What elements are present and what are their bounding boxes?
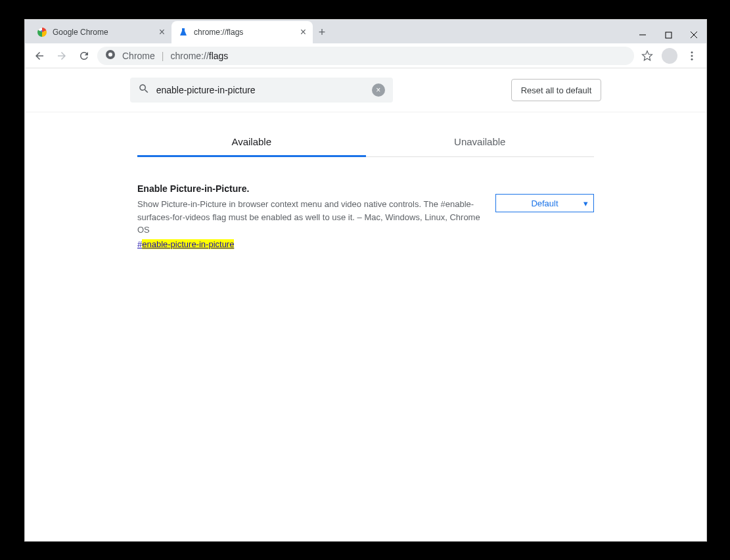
- svg-rect-1: [666, 32, 672, 38]
- flag-title: Enable Picture-in-Picture.: [137, 183, 482, 194]
- back-button[interactable]: [30, 47, 49, 65]
- clear-search-icon[interactable]: ×: [372, 83, 385, 97]
- reset-all-button[interactable]: Reset all to default: [511, 79, 602, 101]
- page-content: × Reset all to default Available Unavail…: [25, 68, 706, 534]
- flag-text: Enable Picture-in-Picture. Show Picture-…: [137, 183, 482, 250]
- flag-state-select[interactable]: Default: [495, 194, 594, 212]
- chrome-page-icon: [105, 49, 116, 62]
- svg-point-9: [691, 55, 693, 57]
- toolbar: Chrome | chrome://flags: [25, 43, 706, 68]
- profile-avatar[interactable]: [660, 47, 679, 65]
- omnibox-url: chrome://flags: [170, 51, 228, 61]
- tab-chrome-flags[interactable]: chrome://flags ×: [171, 21, 313, 43]
- tab-strip: Google Chrome × chrome://flags × +: [25, 20, 706, 43]
- close-tab-icon[interactable]: ×: [300, 26, 306, 38]
- flask-icon: [178, 27, 189, 37]
- flag-anchor-link[interactable]: #enable-picture-in-picture: [137, 239, 234, 249]
- window-controls: [638, 30, 698, 39]
- browser-window: Google Chrome × chrome://flags × + Chrom…: [25, 20, 706, 541]
- tab-title: chrome://flags: [194, 28, 243, 37]
- minimize-button[interactable]: [638, 30, 647, 39]
- maximize-button[interactable]: [664, 30, 673, 39]
- new-tab-button[interactable]: +: [313, 23, 331, 41]
- flags-tabs: Available Unavailable: [137, 128, 594, 157]
- omnibox-prefix: Chrome: [122, 51, 155, 61]
- flag-description: Show Picture-in-Picture in browser conte…: [137, 198, 482, 237]
- flags-header: × Reset all to default: [25, 68, 706, 112]
- omnibox-separator: |: [162, 51, 164, 61]
- search-flags-input[interactable]: [156, 85, 365, 95]
- tab-google-chrome[interactable]: Google Chrome ×: [30, 21, 171, 43]
- svg-point-8: [691, 51, 693, 53]
- address-bar[interactable]: Chrome | chrome://flags: [97, 47, 634, 65]
- flag-item: Enable Picture-in-Picture. Show Picture-…: [137, 183, 594, 250]
- svg-point-10: [691, 58, 693, 60]
- close-window-button[interactable]: [689, 30, 698, 39]
- menu-button[interactable]: [683, 47, 701, 65]
- tab-unavailable[interactable]: Unavailable: [366, 128, 595, 157]
- tab-title: Google Chrome: [53, 28, 108, 37]
- chrome-icon: [37, 27, 47, 37]
- reload-button[interactable]: [75, 47, 93, 65]
- svg-point-7: [108, 53, 112, 57]
- search-flags-input-wrap: ×: [130, 78, 393, 103]
- forward-button[interactable]: [53, 47, 71, 65]
- tab-available[interactable]: Available: [137, 128, 366, 157]
- search-icon: [138, 83, 150, 97]
- close-tab-icon[interactable]: ×: [159, 26, 165, 38]
- bookmark-star-icon[interactable]: [638, 47, 656, 65]
